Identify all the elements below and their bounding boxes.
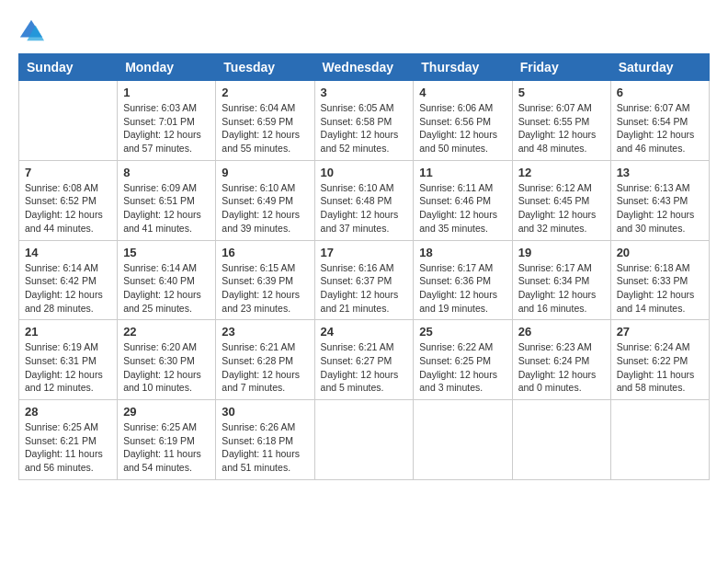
calendar-cell: 28Sunrise: 6:25 AM Sunset: 6:21 PM Dayli… (19, 400, 118, 480)
calendar-cell: 12Sunrise: 6:12 AM Sunset: 6:45 PM Dayli… (512, 160, 610, 240)
calendar-week-1: 1Sunrise: 6:03 AM Sunset: 7:01 PM Daylig… (19, 81, 710, 161)
day-number: 22 (123, 325, 210, 339)
day-info: Sunrise: 6:13 AM Sunset: 6:43 PM Dayligh… (617, 181, 703, 236)
day-info: Sunrise: 6:14 AM Sunset: 6:40 PM Dayligh… (123, 261, 210, 316)
day-info: Sunrise: 6:09 AM Sunset: 6:51 PM Dayligh… (123, 181, 210, 236)
day-number: 7 (25, 166, 111, 179)
calendar-header-wednesday: Wednesday (314, 54, 414, 81)
calendar-cell: 6Sunrise: 6:07 AM Sunset: 6:54 PM Daylig… (610, 81, 709, 161)
calendar-cell: 17Sunrise: 6:16 AM Sunset: 6:37 PM Dayli… (314, 240, 414, 320)
day-info: Sunrise: 6:25 AM Sunset: 6:21 PM Dayligh… (25, 420, 111, 475)
day-number: 21 (25, 325, 111, 339)
day-number: 12 (518, 166, 605, 179)
day-info: Sunrise: 6:14 AM Sunset: 6:42 PM Dayligh… (25, 261, 111, 316)
day-number: 1 (123, 86, 210, 99)
day-number: 25 (419, 325, 506, 339)
day-number: 20 (617, 246, 703, 259)
calendar-cell: 14Sunrise: 6:14 AM Sunset: 6:42 PM Dayli… (19, 240, 118, 320)
day-info: Sunrise: 6:07 AM Sunset: 6:55 PM Dayligh… (518, 101, 605, 155)
day-number: 11 (419, 166, 506, 179)
calendar-cell: 15Sunrise: 6:14 AM Sunset: 6:40 PM Dayli… (118, 240, 216, 320)
calendar-cell: 19Sunrise: 6:17 AM Sunset: 6:34 PM Dayli… (512, 240, 610, 320)
day-number: 6 (617, 86, 703, 99)
calendar-cell: 27Sunrise: 6:24 AM Sunset: 6:22 PM Dayli… (610, 320, 709, 400)
day-info: Sunrise: 6:03 AM Sunset: 7:01 PM Dayligh… (123, 101, 210, 155)
calendar-week-4: 21Sunrise: 6:19 AM Sunset: 6:31 PM Dayli… (19, 320, 710, 400)
day-info: Sunrise: 6:06 AM Sunset: 6:56 PM Dayligh… (419, 101, 506, 155)
calendar-cell: 4Sunrise: 6:06 AM Sunset: 6:56 PM Daylig… (414, 81, 512, 161)
page-header (18, 18, 710, 44)
day-info: Sunrise: 6:18 AM Sunset: 6:33 PM Dayligh… (617, 261, 703, 316)
calendar-cell: 10Sunrise: 6:10 AM Sunset: 6:48 PM Dayli… (314, 160, 414, 240)
day-number: 14 (25, 246, 111, 259)
calendar-week-2: 7Sunrise: 6:08 AM Sunset: 6:52 PM Daylig… (19, 160, 710, 240)
day-number: 24 (321, 325, 408, 339)
calendar-cell: 16Sunrise: 6:15 AM Sunset: 6:39 PM Dayli… (216, 240, 314, 320)
day-number: 5 (518, 86, 605, 99)
calendar-week-5: 28Sunrise: 6:25 AM Sunset: 6:21 PM Dayli… (19, 400, 710, 480)
day-number: 15 (123, 246, 210, 259)
calendar-cell: 30Sunrise: 6:26 AM Sunset: 6:18 PM Dayli… (216, 400, 314, 480)
day-number: 17 (321, 246, 408, 259)
day-info: Sunrise: 6:20 AM Sunset: 6:30 PM Dayligh… (123, 340, 210, 395)
calendar-table: SundayMondayTuesdayWednesdayThursdayFrid… (18, 53, 710, 480)
calendar-cell: 13Sunrise: 6:13 AM Sunset: 6:43 PM Dayli… (610, 160, 709, 240)
day-info: Sunrise: 6:21 AM Sunset: 6:27 PM Dayligh… (321, 340, 408, 395)
calendar-cell: 25Sunrise: 6:22 AM Sunset: 6:25 PM Dayli… (414, 320, 512, 400)
calendar-cell: 20Sunrise: 6:18 AM Sunset: 6:33 PM Dayli… (610, 240, 709, 320)
calendar-cell: 1Sunrise: 6:03 AM Sunset: 7:01 PM Daylig… (118, 81, 216, 161)
calendar-cell: 7Sunrise: 6:08 AM Sunset: 6:52 PM Daylig… (19, 160, 118, 240)
day-number: 2 (222, 86, 308, 99)
calendar-cell: 3Sunrise: 6:05 AM Sunset: 6:58 PM Daylig… (314, 81, 414, 161)
day-info: Sunrise: 6:19 AM Sunset: 6:31 PM Dayligh… (25, 340, 111, 395)
calendar-header-sunday: Sunday (19, 54, 118, 81)
calendar-cell: 5Sunrise: 6:07 AM Sunset: 6:55 PM Daylig… (512, 81, 610, 161)
day-info: Sunrise: 6:10 AM Sunset: 6:48 PM Dayligh… (321, 181, 408, 236)
calendar-cell: 29Sunrise: 6:25 AM Sunset: 6:19 PM Dayli… (118, 400, 216, 480)
day-number: 8 (123, 166, 210, 179)
day-info: Sunrise: 6:11 AM Sunset: 6:46 PM Dayligh… (419, 181, 506, 236)
day-number: 26 (518, 325, 605, 339)
day-number: 16 (222, 246, 308, 259)
logo (18, 18, 48, 44)
day-info: Sunrise: 6:05 AM Sunset: 6:58 PM Dayligh… (321, 101, 408, 155)
day-info: Sunrise: 6:16 AM Sunset: 6:37 PM Dayligh… (321, 261, 408, 316)
day-number: 13 (617, 166, 703, 179)
calendar-header-monday: Monday (118, 54, 216, 81)
calendar-header-tuesday: Tuesday (216, 54, 314, 81)
calendar-cell (512, 400, 610, 480)
day-info: Sunrise: 6:26 AM Sunset: 6:18 PM Dayligh… (222, 420, 308, 475)
day-number: 3 (321, 86, 408, 99)
day-info: Sunrise: 6:22 AM Sunset: 6:25 PM Dayligh… (419, 340, 506, 395)
calendar-cell: 23Sunrise: 6:21 AM Sunset: 6:28 PM Dayli… (216, 320, 314, 400)
day-info: Sunrise: 6:10 AM Sunset: 6:49 PM Dayligh… (222, 181, 308, 236)
day-info: Sunrise: 6:24 AM Sunset: 6:22 PM Dayligh… (617, 340, 703, 395)
day-number: 29 (123, 405, 210, 419)
calendar-header-friday: Friday (512, 54, 610, 81)
calendar-cell: 18Sunrise: 6:17 AM Sunset: 6:36 PM Dayli… (414, 240, 512, 320)
day-number: 30 (222, 405, 308, 419)
day-info: Sunrise: 6:25 AM Sunset: 6:19 PM Dayligh… (123, 420, 210, 475)
calendar-header-row: SundayMondayTuesdayWednesdayThursdayFrid… (19, 54, 710, 81)
day-info: Sunrise: 6:23 AM Sunset: 6:24 PM Dayligh… (518, 340, 605, 395)
day-number: 9 (222, 166, 308, 179)
day-info: Sunrise: 6:04 AM Sunset: 6:59 PM Dayligh… (222, 101, 308, 155)
calendar-cell: 8Sunrise: 6:09 AM Sunset: 6:51 PM Daylig… (118, 160, 216, 240)
calendar-cell (610, 400, 709, 480)
calendar-week-3: 14Sunrise: 6:14 AM Sunset: 6:42 PM Dayli… (19, 240, 710, 320)
calendar-cell: 26Sunrise: 6:23 AM Sunset: 6:24 PM Dayli… (512, 320, 610, 400)
calendar-cell: 11Sunrise: 6:11 AM Sunset: 6:46 PM Dayli… (414, 160, 512, 240)
day-info: Sunrise: 6:07 AM Sunset: 6:54 PM Dayligh… (617, 101, 703, 155)
calendar-cell (314, 400, 414, 480)
calendar-header-saturday: Saturday (610, 54, 709, 81)
day-number: 4 (419, 86, 506, 99)
day-number: 28 (25, 405, 111, 419)
calendar-cell: 9Sunrise: 6:10 AM Sunset: 6:49 PM Daylig… (216, 160, 314, 240)
day-info: Sunrise: 6:21 AM Sunset: 6:28 PM Dayligh… (222, 340, 308, 395)
day-info: Sunrise: 6:17 AM Sunset: 6:34 PM Dayligh… (518, 261, 605, 316)
day-info: Sunrise: 6:08 AM Sunset: 6:52 PM Dayligh… (25, 181, 111, 236)
day-number: 23 (222, 325, 308, 339)
day-number: 10 (321, 166, 408, 179)
day-number: 19 (518, 246, 605, 259)
calendar-cell: 22Sunrise: 6:20 AM Sunset: 6:30 PM Dayli… (118, 320, 216, 400)
